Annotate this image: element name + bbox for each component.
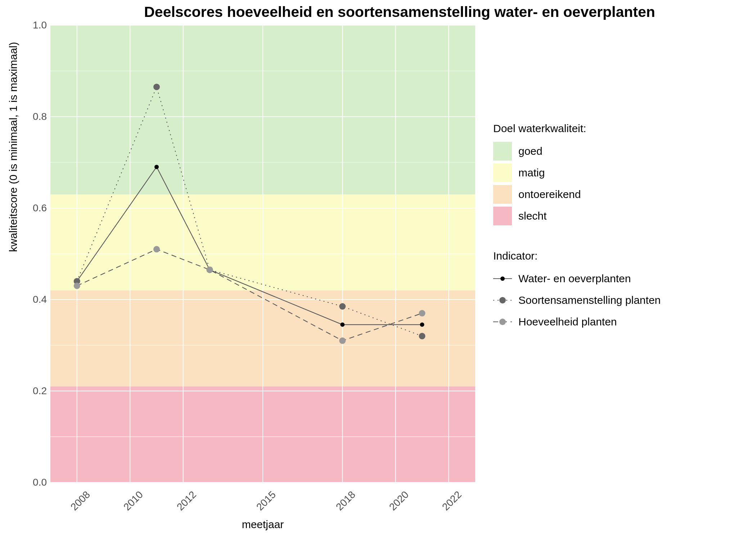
series-point [340, 323, 345, 327]
y-axis-label: kwaliteitscore (0 is minimaal, 1 is maxi… [7, 42, 19, 252]
x-tick-label: 2020 [382, 489, 411, 517]
legend-swatch-ontoereikend [493, 185, 512, 204]
chart-title: Deelscores hoeveelheid en soortensamenst… [43, 4, 756, 21]
x-tick-label: 2008 [64, 489, 92, 517]
legend-item-slecht: slecht [493, 207, 661, 225]
legend-series-label: Water- en oeverplanten [518, 273, 631, 285]
svg-point-14 [500, 276, 505, 281]
legend-series-swatch [493, 269, 512, 288]
legend-series-swatch [493, 312, 512, 331]
y-tick-label: 0.4 [33, 294, 47, 305]
legend-series-group: Water- en oeverplantenSoortensamenstelli… [493, 269, 661, 331]
legend-quality-title: Doel waterkwaliteit: [493, 122, 661, 135]
legend-swatch-slecht [493, 207, 512, 225]
series-point [153, 246, 160, 252]
legend-label: matig [518, 167, 545, 179]
x-axis-label: meetjaar [50, 518, 475, 531]
y-tick-label: 0.8 [33, 111, 47, 122]
plot-svg [50, 25, 475, 482]
x-tick-label: 2022 [436, 489, 464, 517]
chart-container: Deelscores hoeveelheid en soortensamenst… [0, 0, 756, 540]
svg-point-16 [499, 297, 506, 303]
legend-item-ontoereikend: ontoereikend [493, 185, 661, 204]
legend-item-matig: matig [493, 163, 661, 182]
series-point [339, 303, 346, 310]
legend-series-label: Soortensamenstelling planten [518, 294, 661, 306]
legend-label: goed [518, 145, 543, 157]
legend-item-goed: goed [493, 142, 661, 161]
series-point [420, 323, 424, 327]
legend-label: ontoereikend [518, 188, 581, 201]
y-tick-label: 1.0 [33, 19, 47, 31]
legend-series-item: Water- en oeverplanten [493, 269, 661, 288]
legend-series-item: Soortensamenstelling planten [493, 291, 661, 310]
legend: Doel waterkwaliteit: goed matig ontoerei… [493, 122, 661, 334]
legend-label: slecht [518, 210, 546, 222]
series-point [153, 84, 160, 90]
legend-series-item: Hoeveelheid planten [493, 312, 661, 331]
y-tick-label: 0.0 [33, 477, 47, 488]
x-tick-label: 2018 [329, 489, 358, 517]
legend-swatch-goed [493, 142, 512, 161]
legend-series-label: Hoeveelheid planten [518, 316, 617, 328]
legend-series-swatch [493, 291, 512, 310]
y-tick-label: 0.2 [33, 385, 47, 397]
series-point [339, 337, 346, 344]
series-point [154, 165, 159, 169]
x-tick-label: 2012 [170, 489, 198, 517]
series-point [207, 266, 213, 273]
series-point [419, 310, 426, 316]
svg-point-18 [499, 319, 506, 325]
series-point [419, 333, 426, 339]
legend-swatch-matig [493, 163, 512, 182]
x-tick-label: 2010 [117, 489, 145, 517]
plot-area [50, 25, 475, 482]
series-point [74, 283, 80, 289]
y-tick-label: 0.6 [33, 202, 47, 214]
x-tick-label: 2015 [249, 489, 278, 517]
legend-indicator-title: Indicator: [493, 250, 661, 262]
